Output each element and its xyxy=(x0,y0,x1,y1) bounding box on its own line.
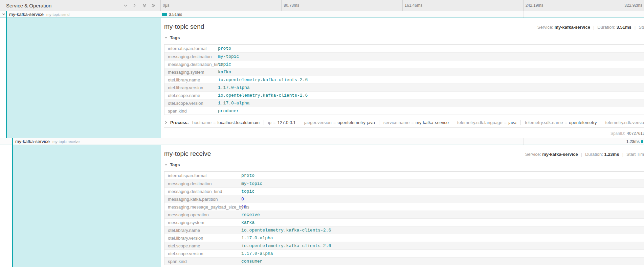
span-detail-content: my-topic receive Service: my-kafka-servi… xyxy=(161,145,644,267)
tag-row: messaging.systemkafka xyxy=(164,218,644,226)
tag-key: otel.scope.name xyxy=(164,243,241,248)
tag-value: 1.17.0-alpha xyxy=(218,101,250,106)
tree-guide-line xyxy=(4,18,4,138)
span-row-send-name-cell[interactable]: my-kafka-service my-topic send xyxy=(0,11,161,18)
process-attributes: hostname=localhost.localdomainip=127.0.0… xyxy=(191,120,644,125)
span-duration-bar[interactable] xyxy=(641,140,643,143)
span-service-name: my-kafka-service xyxy=(9,12,44,17)
tags-accordion-header[interactable]: Tags xyxy=(164,162,644,169)
double-chevron-down-icon[interactable] xyxy=(142,3,147,8)
span-detail-header: my-topic receive Service: my-kafka-servi… xyxy=(164,150,644,157)
timeline-header: Service & Operation 0μs 80.73ms 161.46ms… xyxy=(0,0,644,11)
span-row-send[interactable]: my-kafka-service my-topic send 3.51ms xyxy=(0,11,644,18)
tag-key: internal.span.format xyxy=(164,173,241,178)
timeline-ruler: 0μs 80.73ms 161.46ms 242.19ms 322.92ms xyxy=(161,0,644,11)
span-detail-gutter xyxy=(0,18,161,138)
span-duration-label: 3.51ms xyxy=(169,12,182,17)
tag-value: io.opentelemetry.kafka-clients-2.6 xyxy=(241,243,331,248)
grid-line xyxy=(282,11,282,18)
process-attribute: hostname=localhost.localdomain xyxy=(191,120,264,125)
tag-value: io.opentelemetry.kafka-clients-2.6 xyxy=(218,93,308,98)
tag-key: otel.scope.version xyxy=(164,101,218,106)
tag-key: messaging.destination_kind xyxy=(164,189,241,194)
chevron-right-icon[interactable] xyxy=(132,3,137,8)
tree-guide-line xyxy=(9,145,9,267)
chevron-down-icon[interactable] xyxy=(123,3,128,8)
tag-value: 10 xyxy=(241,204,247,210)
process-attribute: jaeger.version=opentelemetry-java xyxy=(300,120,379,125)
process-attribute: service.name=my-kafka-service xyxy=(379,120,453,125)
tag-key: span.kind xyxy=(164,108,218,114)
tag-row: messaging.operationreceive xyxy=(164,211,644,218)
tag-row: messaging.destinationmy-topic xyxy=(164,179,644,187)
service-color-bar xyxy=(12,138,13,145)
span-detail-meta: Service: my-kafka-service|Duration: 3.51… xyxy=(537,25,644,30)
tag-row: otel.scope.version1.17.0-alpha xyxy=(164,249,644,257)
double-chevron-right-icon[interactable] xyxy=(151,3,156,8)
tags-accordion-header[interactable]: Tags xyxy=(164,34,644,42)
tag-row: otel.library.nameio.opentelemetry.kafka-… xyxy=(164,226,644,234)
tree-guide-line xyxy=(4,145,4,267)
span-id-value: 407276152aafdc36 xyxy=(627,131,644,136)
tag-row: span.kindproducer xyxy=(164,107,644,115)
tag-row: span.kindconsumer xyxy=(164,257,644,265)
tags-table: internal.span.formatprotomessaging.desti… xyxy=(164,171,644,265)
chevron-down-icon xyxy=(164,36,168,40)
tag-value: io.opentelemetry.kafka-clients-2.6 xyxy=(241,228,331,233)
grid-line xyxy=(282,138,282,145)
tag-key: otel.library.name xyxy=(164,77,218,82)
span-duration-label: 1.23ms xyxy=(626,139,640,144)
tag-row: otel.scope.nameio.opentelemetry.kafka-cl… xyxy=(164,91,644,99)
tick-label: 80.73ms xyxy=(281,0,402,11)
tag-row: internal.span.formatproto xyxy=(164,172,644,179)
span-detail-gutter xyxy=(0,145,161,267)
tags-section-label: Tags xyxy=(170,162,180,167)
tag-row: otel.library.version1.17.0-alpha xyxy=(164,234,644,242)
tick-label: 161.46ms xyxy=(402,0,523,11)
tag-key: otel.library.version xyxy=(164,85,218,90)
tag-value: topic xyxy=(241,189,254,194)
tag-row: messaging.destination_kindtopic xyxy=(164,60,644,68)
span-service-name: my-kafka-service xyxy=(15,139,50,144)
tag-row: otel.library.nameio.opentelemetry.kafka-… xyxy=(164,76,644,83)
process-accordion-header[interactable]: Process: hostname=localhost.localdomaini… xyxy=(164,119,644,128)
collapse-span-icon[interactable] xyxy=(2,11,6,18)
span-detail-title: my-topic send xyxy=(164,23,204,30)
tag-key: messaging.kafka.partition xyxy=(164,197,241,202)
detail-highlight-block xyxy=(13,145,161,267)
tag-value: io.opentelemetry.kafka-clients-2.6 xyxy=(218,77,308,82)
trace-timeline-view: Service & Operation 0μs 80.73ms 161.46ms… xyxy=(0,0,644,267)
tag-value: 0 xyxy=(241,197,244,202)
tag-value: kafka xyxy=(218,70,231,75)
chevron-down-icon xyxy=(164,163,168,167)
grid-line xyxy=(403,138,403,145)
process-attribute: ip=127.0.0.1 xyxy=(264,120,300,125)
tags-table: internal.span.formatprotomessaging.desti… xyxy=(164,44,644,115)
tag-key: messaging.operation xyxy=(164,212,241,217)
tags-section-label: Tags xyxy=(170,35,180,40)
span-row-receive-timeline-cell[interactable]: 1.23ms xyxy=(161,138,644,145)
span-duration-bar[interactable] xyxy=(162,13,167,16)
tag-key: messaging.destination xyxy=(164,54,218,59)
tag-value: 1.17.0-alpha xyxy=(241,251,273,256)
tag-key: internal.span.format xyxy=(164,46,218,51)
span-id-row: SpanID: 407276152aafdc36 xyxy=(164,131,644,136)
service-operation-header: Service & Operation xyxy=(0,0,161,11)
grid-line xyxy=(403,11,403,18)
tag-key: messaging.system xyxy=(164,220,241,225)
span-row-receive[interactable]: my-kafka-service my-topic receive 1.23ms xyxy=(0,138,644,145)
service-operation-title: Service & Operation xyxy=(6,3,123,8)
tag-value: producer xyxy=(218,108,239,114)
process-attribute: telemetry.sdk.name=opentelemetry xyxy=(520,120,601,125)
span-operation-name: my-topic receive xyxy=(52,140,80,144)
span-row-send-timeline-cell[interactable]: 3.51ms xyxy=(161,11,644,18)
tag-key: messaging.message_payload_size_bytes xyxy=(164,204,241,210)
tick-label: 0μs xyxy=(161,0,281,11)
tag-value: 1.17.0-alpha xyxy=(241,236,273,241)
tag-row: messaging.destination_kindtopic xyxy=(164,187,644,195)
span-row-receive-name-cell[interactable]: my-kafka-service my-topic receive xyxy=(0,138,161,145)
chevron-right-icon xyxy=(164,121,168,124)
tag-row: messaging.message_payload_size_bytes10 xyxy=(164,203,644,211)
process-attribute: telemetry.sdk.language=java xyxy=(453,120,520,125)
tag-row: otel.library.version1.17.0-alpha xyxy=(164,83,644,91)
